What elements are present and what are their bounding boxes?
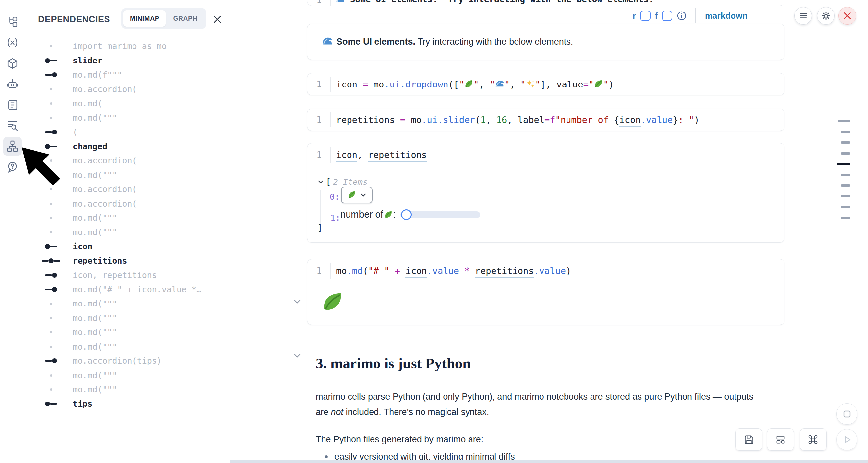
slider-thumb[interactable]: [401, 210, 412, 220]
minimap-row[interactable]: mo.md(""": [25, 340, 230, 354]
bottom-edge-strip: [230, 460, 868, 463]
marimo-app: DEPENDENCIES MINIMAP GRAPH import marimo…: [0, 0, 868, 463]
dropdown-code-cell[interactable]: 1 icon = mo.ui.dropdown(["", "", ""], va…: [307, 73, 784, 95]
icon-dropdown[interactable]: [341, 187, 373, 203]
layout-select-button[interactable]: [767, 429, 794, 451]
minimap-cell-label: icon, repetitions: [73, 270, 157, 280]
minimap-cell-label: mo.md(""": [73, 385, 117, 394]
cell-marker-none: [40, 159, 61, 162]
slider-code-cell[interactable]: 1 repetitions = mo.ui.slider(1, 16, labe…: [307, 109, 784, 131]
line-number: 1: [316, 79, 321, 89]
minimap-cell-label: mo.md(: [73, 99, 102, 108]
close-icon[interactable]: [212, 14, 222, 24]
cell-marker-none: [40, 346, 61, 348]
cell-marker-out: [40, 402, 61, 406]
menu-button[interactable]: [794, 7, 812, 25]
variables-icon[interactable]: [3, 34, 22, 52]
scroll-mark[interactable]: [841, 184, 850, 187]
view-mode-tabs: MINIMAP GRAPH: [121, 8, 206, 29]
minimap-cell-label: mo.md(""": [73, 371, 117, 380]
dependency-graph-icon[interactable]: [3, 137, 22, 156]
minimap-row[interactable]: (: [25, 125, 230, 140]
scroll-mark[interactable]: [841, 130, 850, 133]
scroll-mark[interactable]: [841, 195, 850, 197]
cell-marker-inout: [40, 258, 61, 264]
save-icon: [744, 434, 754, 445]
md-concat-editor[interactable]: 1 mo.md("# " + icon.value * repetitions.…: [307, 259, 784, 282]
save-button[interactable]: [736, 429, 763, 451]
md-concat-output: [307, 282, 784, 325]
minimap-row[interactable]: mo.md(""": [25, 168, 230, 183]
shutdown-button[interactable]: [838, 7, 856, 25]
minimap-row[interactable]: mo.md(""": [25, 368, 230, 383]
markdown-cell-editor[interactable]: 1 Some UI elements. Try interacting with…: [307, 0, 784, 6]
outline-icon[interactable]: [3, 116, 22, 135]
scroll-mark[interactable]: [841, 206, 850, 208]
help-icon[interactable]: [3, 158, 22, 176]
minimap-row[interactable]: mo.md(""": [25, 297, 230, 311]
scroll-mark[interactable]: [841, 142, 850, 144]
cell-collapse-icon[interactable]: [292, 297, 302, 306]
minimap-row[interactable]: mo.md(""": [25, 211, 230, 225]
minimap-cell-label: mo.md(""": [73, 328, 117, 337]
leaf-emoji: [464, 79, 473, 89]
packages-icon[interactable]: [3, 54, 22, 73]
scroll-mark-current[interactable]: [837, 163, 850, 165]
panel-title: DEPENDENCIES: [38, 14, 110, 25]
minimap-cell-label: mo.md("# " + icon.value *…: [73, 285, 201, 294]
minimap-row[interactable]: icon, repetitions: [25, 268, 230, 282]
tree-collapse-icon[interactable]: [317, 179, 324, 185]
settings-button[interactable]: [817, 7, 835, 25]
minimap-row[interactable]: repetitions: [25, 254, 230, 268]
repetitions-slider[interactable]: [400, 211, 480, 218]
reactive-label: r: [632, 11, 636, 21]
minimap-row[interactable]: mo.md(""": [25, 225, 230, 240]
minimap-row[interactable]: mo.md(: [25, 96, 230, 111]
minimap-row[interactable]: mo.md(""": [25, 111, 230, 125]
reactive-checkbox[interactable]: [640, 10, 651, 21]
tuple-cell-editor[interactable]: 1 icon, repetitions: [307, 143, 784, 166]
minimap-row[interactable]: mo.accordion(: [25, 154, 230, 168]
minimap-row[interactable]: mo.md(""": [25, 325, 230, 340]
section-collapse-icon[interactable]: [292, 351, 302, 361]
dependencies-panel-header: DEPENDENCIES MINIMAP GRAPH: [25, 0, 230, 37]
leaf-emoji: [383, 209, 393, 220]
scroll-mark[interactable]: [841, 152, 850, 155]
scroll-mark[interactable]: [841, 174, 850, 176]
stop-button[interactable]: [836, 403, 858, 425]
minimap-row[interactable]: import marimo as mo: [25, 39, 230, 54]
minimap-row[interactable]: icon: [25, 239, 230, 254]
cell-marker-none: [40, 303, 61, 305]
minimap-cell-label: mo.accordion(: [73, 156, 137, 165]
tab-minimap[interactable]: MINIMAP: [123, 10, 166, 27]
minimap-row[interactable]: slider: [25, 54, 230, 68]
line-number: 1: [316, 266, 321, 276]
file-explorer-icon[interactable]: [3, 13, 22, 31]
minimap-row[interactable]: mo.md(""": [25, 311, 230, 326]
format-checkbox[interactable]: [662, 10, 672, 21]
minimap-row[interactable]: mo.md(f""": [25, 68, 230, 82]
minimap-row[interactable]: mo.md(""": [25, 382, 230, 397]
cell-marker-none: [40, 317, 61, 319]
cell-marker-in: [40, 273, 61, 278]
keyboard-shortcuts-button[interactable]: [800, 429, 827, 451]
scroll-mark[interactable]: [838, 120, 850, 122]
scroll-mark[interactable]: [841, 217, 850, 219]
run-button[interactable]: [836, 429, 858, 450]
gear-icon: [821, 11, 831, 21]
snippets-icon[interactable]: [3, 96, 22, 114]
minimap-cell-label: mo.accordion(: [73, 85, 137, 94]
minimap-cell-label: tips: [73, 399, 92, 409]
line-number: 1: [316, 0, 321, 5]
minimap-row[interactable]: mo.accordion(: [25, 197, 230, 211]
language-label[interactable]: markdown: [705, 11, 748, 21]
minimap-row[interactable]: mo.accordion(: [25, 82, 230, 97]
tab-graph[interactable]: GRAPH: [166, 10, 204, 27]
ai-assistant-icon[interactable]: [3, 75, 22, 93]
minimap-row[interactable]: mo.md("# " + icon.value *…: [25, 282, 230, 297]
minimap-row[interactable]: mo.accordion(: [25, 182, 230, 197]
minimap-row[interactable]: changed: [25, 140, 230, 154]
minimap-row[interactable]: tips: [25, 397, 230, 411]
minimap-row[interactable]: mo.accordion(tips): [25, 354, 230, 368]
info-icon[interactable]: [677, 11, 686, 21]
